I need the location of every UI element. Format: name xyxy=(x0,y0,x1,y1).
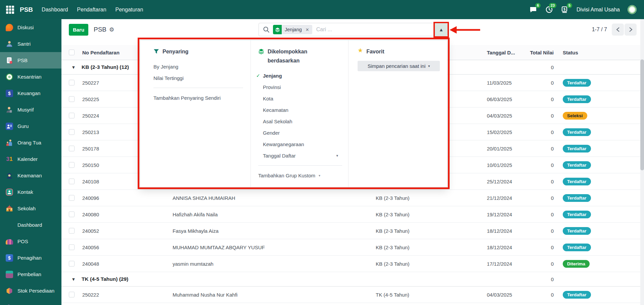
row-checkbox[interactable] xyxy=(69,195,75,201)
groupby-option[interactable]: Tanggal Daftar▾ xyxy=(258,150,343,161)
company-name[interactable]: Divisi Amal Usaha xyxy=(577,7,620,13)
row-checkbox[interactable] xyxy=(69,228,75,234)
groupby-option[interactable]: ✓Jenjang xyxy=(258,70,343,81)
sidebar-item-keuangan[interactable]: $Keuangan xyxy=(0,85,61,101)
table-row[interactable]: 250222Muhammad Nusha Nur KahfiTK (4-5 Ta… xyxy=(61,287,644,303)
table-row[interactable]: 240056MUHAMAD MUMTAAZ ABQARY YUSUFKB (2-… xyxy=(61,239,644,256)
sidebar-item-kesantrian[interactable]: Kesantrian xyxy=(0,69,61,85)
groupby-option[interactable]: Gender xyxy=(258,127,343,138)
groupby-option[interactable]: Kecamatan xyxy=(258,104,343,116)
keamanan-icon xyxy=(6,172,13,179)
messages-icon[interactable]: 6 xyxy=(529,6,537,14)
layers-icon xyxy=(273,25,282,34)
select-all-checkbox[interactable] xyxy=(69,50,75,55)
row-checkbox[interactable] xyxy=(69,212,75,217)
groupby-option[interactable]: Kewarganegaraan xyxy=(258,138,343,150)
sidebar-item-stok-persediaan[interactable]: Stok Persediaan xyxy=(0,282,61,299)
santri-icon xyxy=(6,40,13,48)
navbar-menu-pendaftaran[interactable]: Pendaftaran xyxy=(77,7,106,13)
header-no-pendaftaran[interactable]: No Pendaftaran xyxy=(82,45,120,60)
sidebar-item-diskusi[interactable]: Diskusi xyxy=(0,19,61,36)
groupby-option[interactable]: Kota xyxy=(258,93,343,104)
search-facet-jenjang[interactable]: Jenjang ✕ xyxy=(273,25,312,34)
favorites-title: Favorit xyxy=(366,47,384,56)
sidebar-item-guru[interactable]: Guru xyxy=(0,118,61,134)
add-custom-group[interactable]: Tambahkan Grup Kustom ▾ xyxy=(258,170,343,181)
header-status[interactable]: Status xyxy=(563,45,578,60)
status-badge: Terdaftar xyxy=(563,244,591,251)
table-row[interactable]: 240080Hafizhah Akifa NailaKB (2-3 Tahun)… xyxy=(61,206,644,223)
search-options-toggle[interactable]: ▲ xyxy=(435,23,447,36)
sidebar-item-psb[interactable]: !PSB xyxy=(0,52,61,69)
gear-icon[interactable]: ⚙ xyxy=(109,26,114,33)
app-brand[interactable]: PSB xyxy=(20,6,33,13)
top-navbar: PSB DashboardPendaftaranPengaturan 6 23 … xyxy=(0,0,644,19)
musyrif-icon xyxy=(6,106,13,114)
status-badge: Terdaftar xyxy=(563,227,591,235)
sidebar-item-dashboard[interactable]: Dashboard xyxy=(0,217,61,233)
row-checkbox[interactable] xyxy=(69,113,75,119)
sales-money-icon[interactable]: $ 5 xyxy=(561,6,569,14)
pembelian-icon xyxy=(6,271,13,278)
status-badge: Terdaftar xyxy=(563,161,591,169)
search-bar[interactable]: Jenjang ✕ Cari ... ▲ xyxy=(259,23,448,36)
filter-option[interactable]: By Jenjang xyxy=(153,61,244,72)
sidebar-item-karyawan[interactable]: Karyawan xyxy=(0,299,61,305)
apps-grid-icon[interactable] xyxy=(6,6,14,14)
pager-prev-button[interactable] xyxy=(612,24,624,36)
row-checkbox[interactable] xyxy=(69,162,75,168)
layers-icon xyxy=(258,48,264,54)
sidebar-item-pos[interactable]: POS xyxy=(0,233,61,250)
groupby-option[interactable]: Provinsi xyxy=(258,81,343,93)
guru-icon xyxy=(6,123,13,130)
table-row[interactable]: 240052Fasya Mikhayla AizaKB (2-3 Tahun)1… xyxy=(61,223,644,239)
penagihan-icon: $ xyxy=(6,254,13,262)
header-total-nilai[interactable]: Total Nilai xyxy=(525,45,554,60)
add-custom-filter[interactable]: Tambahkan Penyaring Sendiri xyxy=(153,92,244,103)
save-search-button[interactable]: Simpan pencarian saat ini ▾ xyxy=(358,61,440,71)
user-avatar[interactable] xyxy=(628,5,637,14)
sidebar-item-penagihan[interactable]: $Penagihan xyxy=(0,250,61,266)
collapse-caret-icon[interactable]: ▼ xyxy=(72,66,75,69)
pager-range: 1-7 / 7 xyxy=(592,27,607,33)
scrollbar-track[interactable] xyxy=(640,19,644,305)
row-checkbox[interactable] xyxy=(69,96,75,102)
sidebar-item-musyrif[interactable]: Musyrif xyxy=(0,101,61,118)
navbar-menu-dashboard[interactable]: Dashboard xyxy=(42,7,68,13)
search-input[interactable]: Cari ... xyxy=(316,27,435,33)
collapse-caret-icon[interactable]: ▼ xyxy=(72,277,75,281)
row-checkbox[interactable] xyxy=(69,179,75,184)
activities-clock-icon[interactable]: 23 xyxy=(545,6,553,14)
facet-remove-icon[interactable]: ✕ xyxy=(305,27,312,32)
status-badge: Terdaftar xyxy=(563,79,591,87)
sidebar-item-pembelian[interactable]: Pembelian xyxy=(0,266,61,282)
status-badge: Terdaftar xyxy=(563,95,591,103)
groupby-option[interactable]: Asal Sekolah xyxy=(258,116,343,127)
row-checkbox[interactable] xyxy=(69,80,75,86)
row-checkbox[interactable] xyxy=(69,292,75,298)
sidebar-item-keamanan[interactable]: Keamanan xyxy=(0,167,61,184)
sidebar-item-santri[interactable]: Santri xyxy=(0,36,61,52)
group-row[interactable]: ▼TK (4-5 Tahun) (29)0 xyxy=(61,272,644,287)
filter-option[interactable]: Nilai Tertinggi xyxy=(153,72,244,84)
messages-badge: 6 xyxy=(535,3,541,8)
navbar-menu-pengaturan[interactable]: Pengaturan xyxy=(116,7,143,13)
row-checkbox[interactable] xyxy=(69,245,75,250)
status-badge: Terdaftar xyxy=(563,145,591,152)
scrollbar-thumb[interactable] xyxy=(640,59,644,170)
search-options-dropdown: Penyaring By JenjangNilai Tertinggi Tamb… xyxy=(140,40,448,187)
sidebar-item-kalender[interactable]: 31Kalender xyxy=(0,151,61,167)
sidebar-item-sekolah[interactable]: Sekolah xyxy=(0,200,61,217)
facet-label: Jenjang xyxy=(282,27,305,32)
pager-next-button[interactable] xyxy=(625,24,637,36)
sidebar-item-kontak[interactable]: Kontak xyxy=(0,184,61,200)
new-record-button[interactable]: Baru xyxy=(69,24,88,36)
row-checkbox[interactable] xyxy=(69,261,75,267)
sidebar-item-orang-tua[interactable]: Orang Tua xyxy=(0,134,61,151)
pos-icon xyxy=(6,238,13,245)
header-tanggal[interactable]: Tanggal D... xyxy=(487,45,515,60)
row-checkbox[interactable] xyxy=(69,146,75,151)
table-row[interactable]: 240048yasmin mumtazahKB (2-3 Tahun)17/12… xyxy=(61,256,644,272)
table-row[interactable]: 240096ANNISA SHIZA HUMAIRAHKB (2-3 Tahun… xyxy=(61,190,644,206)
row-checkbox[interactable] xyxy=(69,129,75,135)
